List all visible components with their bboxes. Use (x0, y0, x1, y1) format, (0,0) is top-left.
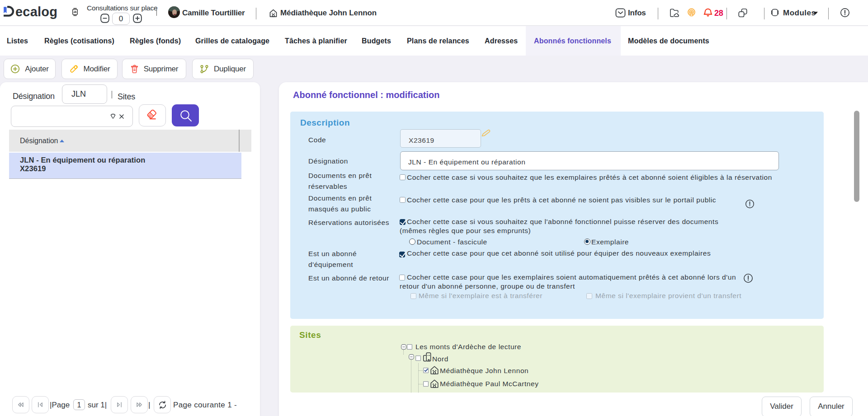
svg-text:ecalog: ecalog (15, 5, 57, 19)
